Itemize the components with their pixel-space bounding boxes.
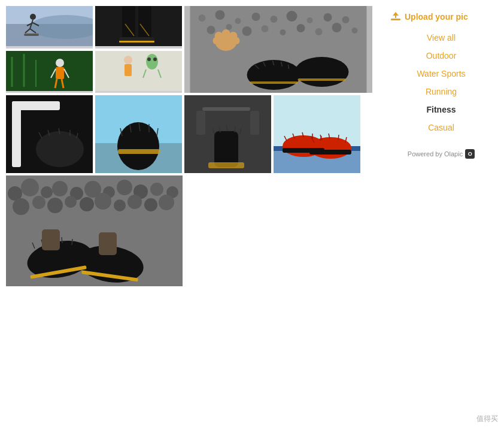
svg-point-141 [159, 195, 174, 210]
svg-rect-15 [56, 67, 64, 79]
svg-point-47 [342, 16, 350, 23]
svg-point-128 [117, 180, 132, 195]
powered-by: Powered by Olapic O [390, 149, 492, 159]
svg-point-40 [215, 10, 225, 20]
svg-point-132 [13, 198, 29, 215]
svg-point-61 [213, 37, 219, 44]
svg-marker-155 [393, 12, 399, 16]
upload-label: Upload your pic [405, 12, 468, 22]
svg-rect-74 [12, 101, 60, 110]
small-col-1 [6, 6, 93, 93]
small-col-2 [95, 6, 182, 93]
svg-rect-71 [298, 78, 346, 81]
svg-point-54 [315, 28, 323, 35]
olapic-badge: O [465, 149, 475, 159]
photo-gym-dark[interactable] [184, 95, 271, 173]
svg-line-150 [72, 239, 72, 245]
svg-rect-151 [42, 229, 60, 250]
photo-row-3 [6, 175, 372, 286]
upload-button[interactable]: Upload your pic [390, 9, 492, 25]
svg-rect-152 [99, 232, 117, 255]
svg-line-101 [235, 126, 235, 132]
svg-point-53 [297, 24, 305, 32]
svg-rect-70 [250, 81, 298, 84]
svg-point-140 [144, 198, 157, 211]
sidebar: Upload your pic View all Outdoor Water S… [378, 0, 504, 430]
svg-rect-94 [196, 111, 205, 135]
watermark: 值得买 [476, 414, 498, 424]
svg-rect-21 [122, 6, 135, 39]
photo-sky-foot[interactable] [95, 95, 182, 173]
svg-point-46 [324, 13, 332, 22]
photo-red-shoes[interactable] [274, 95, 360, 173]
svg-point-138 [114, 199, 126, 211]
svg-point-84 [125, 125, 137, 143]
svg-point-43 [271, 16, 278, 23]
powered-by-label: Powered by Olapic [408, 150, 463, 158]
svg-rect-22 [138, 6, 151, 39]
svg-point-122 [21, 178, 39, 196]
photo-skater[interactable] [6, 6, 93, 49]
nav-casual[interactable]: Casual [390, 123, 492, 132]
nav-view-all[interactable]: View all [390, 33, 492, 43]
svg-rect-37 [95, 51, 182, 91]
nav-outdoor[interactable]: Outdoor [390, 51, 492, 60]
svg-point-64 [295, 57, 349, 87]
svg-point-83 [117, 122, 159, 170]
svg-point-39 [199, 14, 206, 22]
svg-point-41 [235, 18, 241, 24]
svg-point-14 [56, 59, 64, 67]
nav-running[interactable]: Running [390, 87, 492, 96]
svg-rect-10 [6, 51, 93, 91]
svg-point-45 [307, 17, 313, 23]
svg-rect-95 [250, 111, 259, 135]
svg-point-137 [95, 193, 111, 210]
svg-rect-97 [208, 162, 244, 168]
svg-point-50 [242, 26, 252, 36]
svg-rect-153 [391, 19, 400, 20]
svg-point-62 [234, 37, 240, 44]
svg-point-3 [30, 14, 36, 20]
photo-gym[interactable] [6, 51, 93, 93]
photo-black-close[interactable] [6, 95, 93, 173]
svg-point-124 [52, 181, 68, 196]
svg-line-116 [338, 135, 339, 140]
svg-rect-119 [309, 150, 351, 155]
svg-point-49 [226, 24, 232, 30]
photo-leggings[interactable] [95, 6, 182, 49]
svg-line-69 [289, 65, 289, 69]
photo-alien[interactable] [95, 51, 182, 93]
svg-point-44 [287, 11, 297, 22]
photo-row-2 [6, 95, 372, 173]
svg-point-123 [41, 186, 53, 198]
upload-icon [390, 11, 401, 22]
svg-rect-73 [12, 101, 21, 167]
svg-point-130 [150, 183, 163, 196]
svg-point-52 [280, 29, 286, 35]
photo-row-1 [6, 6, 372, 93]
svg-point-85 [140, 125, 152, 143]
gallery-area [0, 0, 378, 430]
svg-point-48 [207, 26, 215, 34]
svg-point-133 [32, 196, 45, 209]
svg-rect-96 [214, 131, 238, 167]
nav-water-sports[interactable]: Water Sports [390, 69, 492, 78]
svg-point-59 [222, 29, 230, 38]
svg-line-149 [62, 237, 62, 243]
svg-rect-9 [24, 34, 39, 36]
svg-point-135 [65, 196, 77, 208]
photo-rocks[interactable] [6, 175, 183, 286]
svg-point-51 [262, 25, 269, 32]
svg-rect-93 [202, 107, 250, 111]
sidebar-nav: View all Outdoor Water Sports Running Fi… [390, 33, 492, 132]
photo-gravel-feet[interactable] [184, 6, 372, 93]
svg-rect-91 [118, 149, 160, 154]
svg-point-134 [47, 198, 63, 213]
nav-fitness[interactable]: Fitness [390, 105, 492, 114]
svg-point-136 [80, 197, 94, 211]
svg-point-56 [352, 28, 358, 34]
svg-rect-26 [135, 41, 154, 43]
svg-point-139 [127, 195, 142, 209]
svg-point-55 [332, 23, 342, 32]
svg-point-42 [252, 13, 260, 21]
